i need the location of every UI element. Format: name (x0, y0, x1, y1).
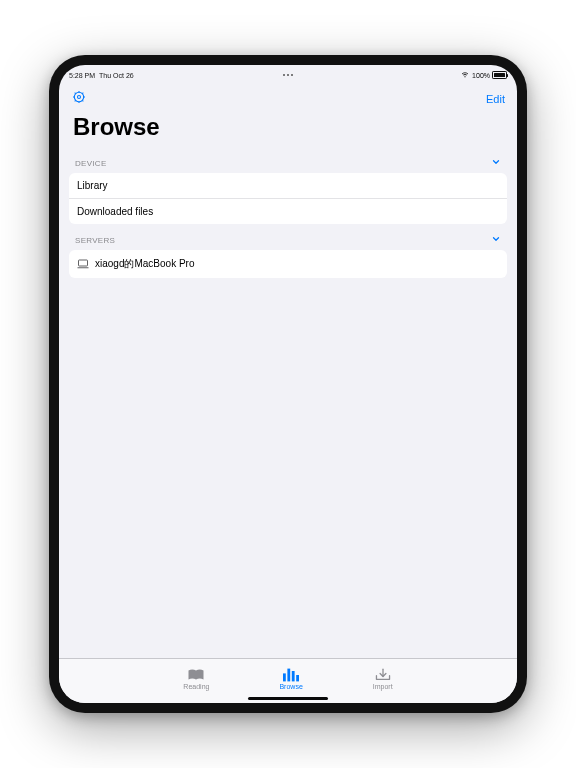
section-header-device[interactable]: DEVICE (69, 147, 507, 173)
wifi-icon (461, 71, 469, 79)
tab-bar: Reading Browse (59, 658, 517, 703)
content-area: DEVICE Library Downloaded files SERVERS (59, 147, 517, 658)
status-bar: 5:28 PM Thu Oct 26 100% (59, 65, 517, 83)
computer-icon (77, 259, 89, 269)
import-icon (375, 668, 391, 682)
svg-rect-5 (283, 673, 286, 681)
tab-label: Import (373, 683, 393, 690)
screen: 5:28 PM Thu Oct 26 100% (59, 65, 517, 703)
tab-label: Reading (183, 683, 209, 690)
chevron-down-icon (491, 157, 501, 169)
list-item-downloaded-files[interactable]: Downloaded files (69, 198, 507, 224)
list-item-library[interactable]: Library (69, 173, 507, 198)
list-item-label: Downloaded files (77, 206, 153, 217)
servers-list: xiaogd的MacBook Pro (69, 250, 507, 278)
book-icon (187, 668, 205, 682)
status-date: Thu Oct 26 (99, 72, 134, 79)
home-indicator[interactable] (248, 697, 328, 700)
battery-percent: 100% (472, 72, 490, 79)
bars-icon (283, 668, 299, 682)
device-list: Library Downloaded files (69, 173, 507, 224)
list-item-label: xiaogd的MacBook Pro (95, 257, 195, 271)
edit-button[interactable]: Edit (486, 93, 505, 105)
section-header-servers[interactable]: SERVERS (69, 224, 507, 250)
section-header-servers-label: SERVERS (75, 236, 115, 245)
svg-rect-6 (288, 669, 291, 682)
battery-icon (492, 71, 507, 79)
section-header-device-label: DEVICE (75, 159, 107, 168)
settings-button[interactable] (71, 89, 87, 109)
multitask-dots-icon[interactable] (283, 74, 293, 76)
tab-reading[interactable]: Reading (183, 668, 209, 690)
navigation-toolbar: Edit (59, 83, 517, 111)
tab-browse[interactable]: Browse (279, 668, 302, 690)
battery-indicator: 100% (472, 71, 507, 79)
chevron-down-icon (491, 234, 501, 246)
svg-point-2 (77, 95, 80, 98)
svg-point-0 (465, 77, 466, 78)
svg-rect-3 (79, 260, 88, 266)
page-title: Browse (59, 111, 517, 147)
list-item-label: Library (77, 180, 108, 191)
svg-rect-8 (296, 675, 299, 681)
status-time: 5:28 PM (69, 72, 95, 79)
tab-label: Browse (279, 683, 302, 690)
tab-import[interactable]: Import (373, 668, 393, 690)
ipad-frame: 5:28 PM Thu Oct 26 100% (49, 55, 527, 713)
svg-rect-7 (292, 671, 295, 681)
gear-icon (71, 89, 87, 105)
svg-point-1 (74, 92, 83, 101)
list-item-server[interactable]: xiaogd的MacBook Pro (69, 250, 507, 278)
